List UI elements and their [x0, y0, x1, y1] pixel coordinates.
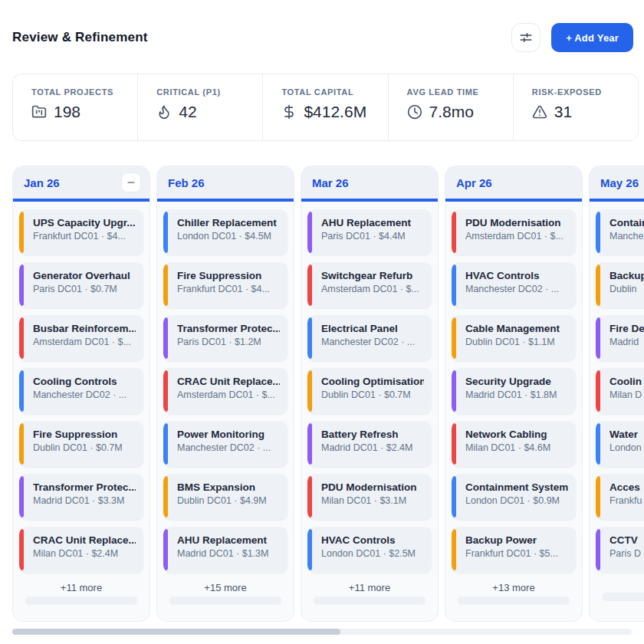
card-title: CCTV — [610, 534, 644, 546]
project-card[interactable]: Fire Suppression Frankfurt DC01 · $4... — [163, 262, 288, 308]
project-card[interactable]: UPS Capacity Upgr... Frankfurt DC01 · $4… — [19, 209, 143, 255]
card-accent-bar — [19, 212, 24, 253]
card-subtitle: Madrid — [610, 337, 644, 347]
card-title: Electrical Panel — [321, 323, 424, 334]
project-card[interactable]: HVAC Controls London DC01 · $2.5M — [307, 527, 432, 573]
column-cards: AHU Replacement Paris DC01 · $4.4M Switc… — [301, 202, 438, 573]
project-card[interactable]: Fire De Madrid — [596, 315, 644, 361]
card-title: HVAC Controls — [321, 534, 424, 546]
project-card[interactable]: Generator Overhaul Paris DC01 · $0.7M — [19, 262, 143, 308]
project-card[interactable]: CRAC Unit Replace... Milan DC01 · $2.4M — [19, 527, 143, 573]
filter-button[interactable] — [511, 23, 540, 52]
column-footer: +15 more — [157, 577, 294, 605]
project-card[interactable]: Acces Frankfu — [596, 474, 644, 520]
card-accent-bar — [596, 317, 600, 359]
stat-label: RISK-EXPOSED — [532, 87, 638, 97]
footer-shimmer — [602, 593, 644, 601]
project-card[interactable]: BMS Expansion Dublin DC01 · $4.9M — [163, 474, 288, 520]
card-subtitle: Madrid DC01 · $1.3M — [177, 548, 280, 559]
card-accent-bar — [307, 212, 312, 253]
project-card[interactable]: Transformer Protec... Paris DC01 · $1.2M — [163, 315, 288, 361]
column-more-label[interactable]: +13 more — [492, 577, 534, 595]
card-title: Busbar Reinforcem... — [33, 323, 136, 334]
board-column: Feb 26 Chiller Replacement London DC01 ·… — [156, 166, 294, 622]
card-title: Fire Suppression — [33, 429, 136, 440]
stat-critical-p1: CRITICAL (P1) 42 — [137, 74, 262, 140]
column-more-label[interactable]: +11 more — [61, 577, 102, 595]
project-card[interactable]: Network Cabling Milan DC01 · $4.6M — [452, 421, 576, 467]
card-accent-bar — [452, 529, 456, 570]
card-accent-bar — [452, 317, 456, 359]
card-title: CRAC Unit Replace... — [177, 376, 280, 387]
project-card[interactable]: AHU Replacement Madrid DC01 · $1.3M — [163, 527, 288, 573]
project-card[interactable]: Coolin Milan D — [596, 368, 644, 414]
project-card[interactable]: Contain Manche — [596, 209, 644, 255]
board-column: May 26 Contain Manche Backup Dublin Fire… — [589, 166, 644, 622]
card-title: AHU Replacement — [177, 534, 280, 546]
project-card[interactable]: Power Monitoring Manchester DC02 · ... — [163, 421, 288, 467]
card-accent-bar — [19, 423, 24, 465]
project-card[interactable]: Cooling Controls Manchester DC02 · ... — [19, 368, 143, 414]
card-accent-bar — [452, 423, 456, 465]
card-accent-bar — [307, 423, 312, 465]
project-card[interactable]: Transformer Protec... Madrid DC01 · $3.3… — [19, 474, 143, 520]
card-accent-bar — [19, 529, 24, 570]
card-title: Coolin — [610, 376, 644, 387]
project-card[interactable]: Cooling Optimisation Dublin DC01 · $0.7M — [307, 368, 432, 414]
footer-shimmer — [458, 596, 570, 605]
column-title: Jan 26 — [24, 176, 60, 189]
project-card[interactable]: Electrical Panel Manchester DC02 · ... — [307, 315, 432, 361]
card-subtitle: Madrid DC01 · $1.8M — [465, 389, 568, 400]
project-card[interactable]: CCTV Paris D — [596, 527, 644, 573]
card-subtitle: Milan DC01 · $4.6M — [465, 442, 568, 453]
card-subtitle: Manchester DC02 · ... — [177, 442, 280, 453]
project-card[interactable]: Chiller Replacement London DC01 · $4.5M — [163, 209, 288, 255]
column-footer: +11 more — [301, 577, 438, 605]
card-subtitle: Manchester DC02 · ... — [321, 337, 424, 347]
kanban-board: Jan 26 UPS Capacity Upgr... Frankfurt DC… — [0, 166, 644, 635]
card-accent-bar — [596, 370, 600, 412]
add-year-button[interactable]: + Add Year — [551, 23, 633, 52]
card-title: PDU Modernisation — [321, 481, 424, 493]
card-subtitle: Dublin DC01 · $0.7M — [321, 389, 424, 400]
project-card[interactable]: Cable Management Dublin DC01 · $1.1M — [452, 315, 576, 361]
column-footer — [590, 577, 644, 601]
project-card[interactable]: Switchgear Refurb Amsterdam DC01 · $... — [307, 262, 432, 308]
project-card[interactable]: Security Upgrade Madrid DC01 · $1.8M — [452, 368, 576, 414]
card-title: Transformer Protec... — [33, 481, 136, 493]
card-accent-bar — [452, 264, 456, 306]
card-accent-bar — [163, 264, 168, 306]
column-minimize-button[interactable] — [121, 172, 141, 192]
flame-icon — [156, 104, 172, 120]
column-cards: Contain Manche Backup Dublin Fire De Mad… — [590, 202, 644, 573]
project-card[interactable]: HVAC Controls Manchester DC02 · ... — [452, 262, 576, 308]
project-card[interactable]: Containment System London DC01 · $0.9M — [452, 474, 576, 520]
card-title: Fire Suppression — [177, 270, 280, 281]
card-title: Cable Management — [465, 323, 568, 334]
card-accent-bar — [596, 423, 600, 465]
column-more-label[interactable]: +15 more — [204, 577, 246, 595]
dollar-icon — [281, 104, 297, 120]
card-subtitle: Paris DC01 · $1.2M — [177, 337, 280, 347]
card-accent-bar — [307, 264, 312, 306]
project-card[interactable]: Busbar Reinforcem... Amsterdam DC01 · $.… — [19, 315, 143, 361]
card-title: Power Monitoring — [177, 429, 280, 440]
column-title: Mar 26 — [312, 176, 349, 189]
project-card[interactable]: PDU Modernisation Milan DC01 · $3.1M — [307, 474, 432, 520]
card-subtitle: Paris DC01 · $4.4M — [321, 231, 424, 242]
project-card[interactable]: Backup Power Frankfurt DC01 · $5... — [452, 527, 576, 573]
stat-value: 7.8mo — [429, 103, 474, 121]
project-card[interactable]: AHU Replacement Paris DC01 · $4.4M — [307, 209, 432, 255]
card-accent-bar — [307, 529, 312, 570]
project-card[interactable]: PDU Modernisation Amsterdam DC01 · $... — [452, 209, 576, 255]
column-more-label[interactable]: +11 more — [349, 577, 390, 595]
project-card[interactable]: Water London — [596, 421, 644, 467]
card-subtitle: Manche — [610, 231, 644, 242]
project-card[interactable]: Fire Suppression Dublin DC01 · $0.7M — [19, 421, 143, 467]
project-card[interactable]: CRAC Unit Replace... Amsterdam DC01 · $.… — [163, 368, 288, 414]
horizontal-scrollbar-thumb[interactable] — [12, 629, 340, 635]
card-subtitle: Dublin DC01 · $4.9M — [177, 495, 280, 506]
project-card[interactable]: Backup Dublin — [596, 262, 644, 308]
card-subtitle: Frankfu — [610, 495, 644, 506]
project-card[interactable]: Battery Refresh Madrid DC01 · $2.4M — [307, 421, 432, 467]
